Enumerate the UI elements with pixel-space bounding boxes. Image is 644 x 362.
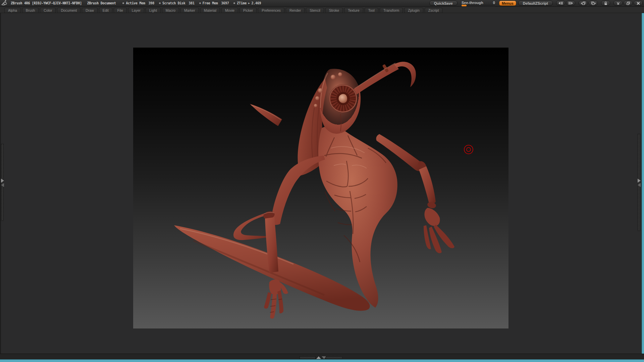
restore-icon xyxy=(626,1,630,5)
menu-bar: AlphaBrushColorDocumentDrawEditFileLayer… xyxy=(0,7,644,13)
menu-tab[interactable]: Light xyxy=(146,8,161,13)
menu-tab[interactable]: Draw xyxy=(82,8,98,13)
menu-tab[interactable]: Color xyxy=(40,8,56,13)
memory-stats: Active Mem398 Scratch Disk381 Free Mem36… xyxy=(122,1,261,5)
scroll-right-icon xyxy=(568,1,573,5)
menu-tab[interactable]: Stencil xyxy=(306,8,324,13)
see-through-label: See-through xyxy=(462,1,483,5)
open-left-tray-icon[interactable] xyxy=(1,179,4,183)
brush-cursor xyxy=(464,145,473,154)
bottom-tray-toggle[interactable] xyxy=(316,356,326,359)
close-icon xyxy=(636,1,640,5)
menu-tab[interactable]: Render xyxy=(286,8,305,13)
menu-tab[interactable]: Zscript xyxy=(425,8,443,13)
see-through-track[interactable] xyxy=(462,5,495,6)
see-through-slider[interactable]: See-through 0 xyxy=(462,1,495,6)
restore-window-button[interactable] xyxy=(624,1,633,6)
bottom-tray-divider xyxy=(0,354,644,359)
memory-stat: Scratch Disk381 xyxy=(159,1,195,5)
minimize-icon xyxy=(616,1,620,5)
menu-tab[interactable]: Marker xyxy=(180,8,199,13)
stat-bullet-icon xyxy=(159,2,161,4)
menu-tab[interactable]: Macro xyxy=(162,8,179,13)
lock-interface-button[interactable] xyxy=(601,1,610,6)
memory-stat: ZTime▶2.469 xyxy=(233,1,261,5)
menu-tab[interactable]: Material xyxy=(200,8,220,13)
menu-tab[interactable]: Alpha xyxy=(4,8,21,13)
stat-bullet-icon xyxy=(122,2,124,4)
zbrush-logo-icon xyxy=(1,0,8,7)
title-bar: ZBrush 4R6 [RIOJ-YWCF-QJIV-NNTI-NFDH] ZB… xyxy=(0,0,644,7)
bottom-tray-strip[interactable] xyxy=(0,359,644,362)
menu-tab[interactable]: Preferences xyxy=(258,8,284,13)
menu-tab[interactable]: Tool xyxy=(365,8,378,13)
menu-tab[interactable]: Document xyxy=(57,8,80,13)
quicksave-button[interactable]: QuickSave xyxy=(429,1,458,6)
close-left-tray-icon[interactable] xyxy=(1,183,4,187)
memory-stat: Free Mem3697 xyxy=(199,1,229,5)
menu-tab[interactable]: File xyxy=(114,8,127,13)
scroll-interface-left-button[interactable] xyxy=(556,1,565,6)
document-name: ZBrush Document xyxy=(87,1,116,5)
see-through-value: 0 xyxy=(493,1,495,5)
menu-tab[interactable]: Transform xyxy=(380,8,403,13)
bottom-tray-grip-left[interactable] xyxy=(300,356,316,359)
move-palette-left-button[interactable] xyxy=(579,1,588,6)
right-tray-strip[interactable] xyxy=(642,13,644,354)
stat-bullet-icon xyxy=(199,2,201,4)
document-canvas[interactable] xyxy=(133,48,508,328)
right-tray-toggle[interactable] xyxy=(638,179,641,187)
menu-tab[interactable]: Edit xyxy=(99,8,112,13)
bottom-tray-grip-right[interactable] xyxy=(326,356,342,359)
menu-tab[interactable]: Brush xyxy=(22,8,39,13)
open-right-tray-icon[interactable] xyxy=(638,179,641,183)
see-through-handle[interactable] xyxy=(462,5,467,6)
move-palette-right-button[interactable] xyxy=(589,1,598,6)
app-title: ZBrush 4R6 [RIOJ-YWCF-QJIV-NNTI-NFDH] xyxy=(11,1,82,5)
menu-tab[interactable]: Texture xyxy=(344,8,363,13)
scroll-interface-right-button[interactable] xyxy=(566,1,575,6)
memory-stat: Active Mem398 xyxy=(122,1,154,5)
menu-tab[interactable]: Stroke xyxy=(325,8,343,13)
left-tray-toggle[interactable] xyxy=(1,179,4,187)
menu-tab[interactable]: Movie xyxy=(221,8,238,13)
close-right-tray-icon[interactable] xyxy=(638,183,641,187)
lock-icon xyxy=(604,1,608,5)
scroll-left-icon xyxy=(558,1,563,5)
menu-tab[interactable]: Picker xyxy=(239,8,257,13)
close-window-button[interactable] xyxy=(634,1,643,6)
sculpt-model-creature xyxy=(133,48,508,328)
palette-right-icon xyxy=(591,1,596,5)
menus-toggle-button[interactable]: Menus xyxy=(499,1,516,6)
menu-tab[interactable]: Zplugin xyxy=(404,8,423,13)
stat-bullet-icon xyxy=(233,2,235,4)
workspace xyxy=(0,13,644,354)
open-bottom-tray-icon[interactable] xyxy=(316,356,321,359)
menu-tab[interactable]: Layer xyxy=(128,8,144,13)
minimize-window-button[interactable] xyxy=(613,1,623,6)
palette-left-icon xyxy=(581,1,586,5)
default-zscript-button[interactable]: DefaultZScript xyxy=(518,1,553,6)
